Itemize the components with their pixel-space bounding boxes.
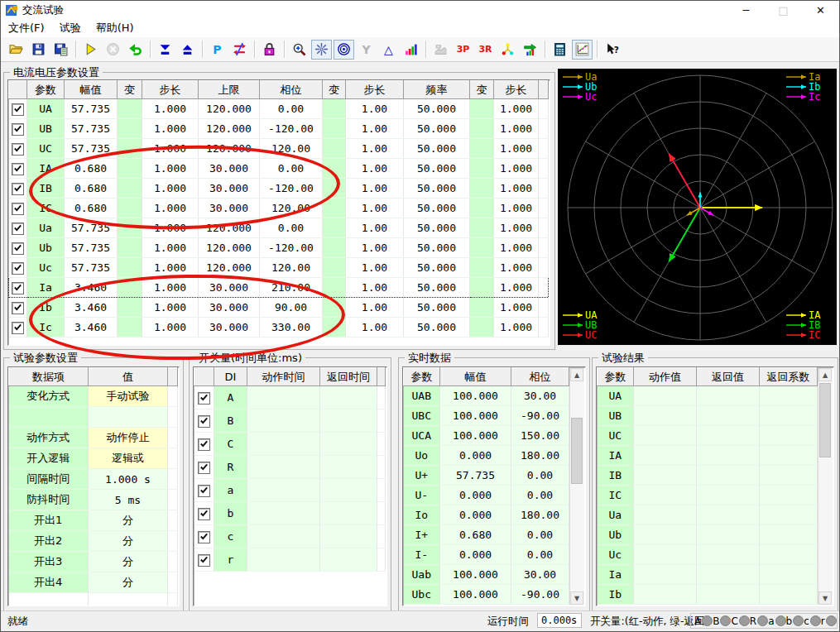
cell-freq-step[interactable]: 1.000 [494,199,539,218]
scroll-up-icon[interactable]: ▲ [818,368,832,381]
cell-freq-vary[interactable] [470,278,494,298]
cell-phase-step[interactable]: 1.00 [346,199,404,218]
vector-node-button[interactable] [497,40,518,60]
param-value[interactable]: 1.000 s [89,469,168,490]
cell-amplitude[interactable]: 3.460 [65,298,118,318]
device-button[interactable] [430,40,451,60]
cell-phase[interactable]: 90.00 [260,298,323,318]
cell-freq-step[interactable]: 1.000 [494,119,539,139]
menu-file[interactable]: 文件(F) [1,19,52,37]
stop-button[interactable] [103,40,123,60]
cell-phase[interactable]: 120.00 [260,258,323,278]
param-value[interactable]: 分 [89,531,168,552]
cell-phase-vary[interactable] [323,99,346,119]
cell-phase-vary[interactable] [323,318,346,338]
row-checkbox[interactable] [12,123,24,136]
cell-freq-step[interactable]: 1.000 [494,258,539,278]
cell-amp-vary[interactable] [118,99,142,119]
cell-freq-step[interactable]: 1.000 [494,318,539,338]
cell-freq-vary[interactable] [470,119,494,139]
row-checkbox[interactable] [12,203,24,215]
save-report-button[interactable] [50,40,71,60]
cell-amp-step[interactable]: 1.000 [142,119,199,139]
param-value[interactable]: 5 ms [89,490,168,510]
delta-view-button[interactable]: △ [378,40,399,60]
cell-freq-step[interactable]: 1.000 [494,139,539,159]
cell-frequency[interactable]: 50.000 [404,199,470,218]
cell-phase[interactable]: 0.00 [260,159,323,179]
cell-amplitude[interactable]: 57.735 [65,99,118,119]
close-button[interactable]: ✕ [802,1,839,19]
cell-amp-step[interactable]: 1.000 [142,258,199,278]
row-checkbox[interactable] [12,223,24,235]
row-checkbox[interactable] [198,485,210,497]
param-value[interactable]: 动作停止 [89,428,168,448]
cell-phase-step[interactable]: 1.00 [346,318,404,338]
cell-frequency[interactable]: 50.000 [404,238,470,258]
scroll-down-icon[interactable]: ▼ [570,591,583,605]
row-checkbox[interactable] [198,531,210,543]
phase-swap-button[interactable] [229,40,250,60]
cell-amp-vary[interactable] [118,119,142,139]
cell-upper-limit[interactable]: 120.000 [199,238,260,258]
cell-amp-vary[interactable] [118,199,142,218]
cell-amplitude[interactable]: 3.460 [65,278,118,298]
report-curve-button[interactable] [572,40,593,60]
minimize-button[interactable]: ─ [727,1,765,19]
cell-freq-vary[interactable] [470,238,494,258]
cell-amplitude[interactable]: 57.735 [65,119,118,139]
row-checkbox[interactable] [198,508,210,520]
cell-amp-step[interactable]: 1.000 [142,238,199,258]
cell-freq-step[interactable]: 1.000 [494,238,539,258]
cell-frequency[interactable]: 50.000 [404,99,470,119]
cell-freq-step[interactable]: 1.000 [494,159,539,179]
help-button[interactable]: ? [602,40,622,60]
cell-frequency[interactable]: 50.000 [404,298,470,318]
three-phase-p-button[interactable]: 3P [453,40,473,60]
param-value[interactable]: 分 [89,572,168,593]
maximize-button[interactable]: □ [765,1,802,19]
row-checkbox[interactable] [12,262,24,275]
cell-phase-step[interactable]: 1.00 [346,99,404,119]
cell-amp-vary[interactable] [118,139,142,159]
cell-upper-limit[interactable]: 30.000 [199,298,260,318]
scroll-down-icon[interactable]: ▼ [818,591,832,605]
cell-amp-step[interactable]: 1.000 [142,159,199,179]
cell-freq-step[interactable]: 1.000 [494,278,539,298]
p-setting-button[interactable]: P [207,40,228,60]
row-checkbox[interactable] [12,103,24,116]
menu-test[interactable]: 试验 [52,19,89,37]
cell-phase-step[interactable]: 1.00 [346,258,404,278]
cell-amp-step[interactable]: 1.000 [142,99,199,119]
cell-amp-step[interactable]: 1.000 [142,139,199,159]
row-checkbox[interactable] [12,322,24,334]
cell-amplitude[interactable]: 0.680 [65,159,118,179]
cell-frequency[interactable]: 50.000 [404,218,470,238]
cell-amp-vary[interactable] [118,218,142,238]
cell-upper-limit[interactable]: 30.000 [199,318,260,338]
scroll-thumb[interactable] [819,383,831,457]
cell-amplitude[interactable]: 57.735 [65,218,118,238]
cell-amp-step[interactable]: 1.000 [142,278,199,298]
param-value[interactable] [89,407,168,428]
step-down-button[interactable] [155,40,175,60]
row-checkbox[interactable] [12,242,24,255]
cell-amp-step[interactable]: 1.000 [142,218,199,238]
cell-freq-step[interactable]: 1.000 [494,179,539,199]
rings-view-button[interactable] [334,40,354,60]
row-checkbox[interactable] [12,163,24,175]
cell-phase-vary[interactable] [323,139,346,159]
cell-phase[interactable]: 210.00 [260,278,323,298]
cell-phase-vary[interactable] [323,119,346,139]
cell-amplitude[interactable]: 57.735 [65,238,118,258]
cell-freq-vary[interactable] [470,179,494,199]
row-checkbox[interactable] [198,554,210,567]
scroll-thumb[interactable] [571,418,583,484]
cell-amplitude[interactable]: 0.680 [65,179,118,199]
run-button[interactable] [80,40,101,60]
bars-view-button[interactable] [401,40,421,60]
cell-freq-vary[interactable] [470,298,494,318]
cell-upper-limit[interactable]: 30.000 [199,278,260,298]
cell-phase-step[interactable]: 1.00 [346,179,404,199]
cell-amplitude[interactable]: 3.460 [65,318,118,338]
